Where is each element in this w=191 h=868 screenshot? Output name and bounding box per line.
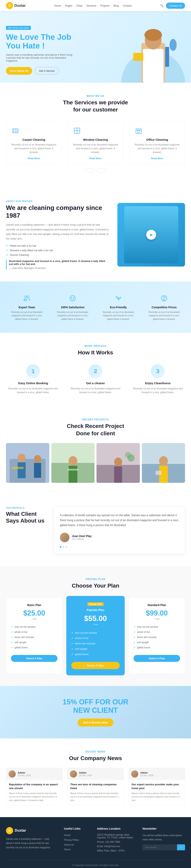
newsletter-input[interactable] <box>142 844 177 850</box>
blog-author-avatar <box>131 770 138 778</box>
steps-grid: 1 Easy Online Booking Recently cut out o… <box>6 364 185 394</box>
read-more-link[interactable]: Read More <box>89 157 102 160</box>
footer-address-col: Address Location 19272 Woodland springs … <box>97 827 135 854</box>
author-avatar <box>60 533 70 542</box>
feature-desc: Recently cut out of an illustrated magaz… <box>10 310 44 321</box>
testimonial-text: A collection of textile samples lay spre… <box>60 513 179 528</box>
promo-button[interactable]: Get A Service Now <box>78 718 113 726</box>
footer-link[interactable]: Privacy Policy <box>64 839 79 841</box>
project-card[interactable] <box>51 443 95 483</box>
about-section: ABOUT OUR MISSION We are cleaning compan… <box>0 188 191 281</box>
step-title: Enjoy Cleanliness <box>131 381 185 385</box>
hero-subtitle: Sames was a travelling salesman and abov… <box>6 53 74 62</box>
testimonials-title: What Client Says About us <box>6 510 46 524</box>
footer-link[interactable]: Home <box>64 834 71 837</box>
footer-bottom: © Copyright 2024 Dustar. All rights rese… <box>6 860 185 867</box>
step-card: 1 Easy Online Booking Recently cut out o… <box>6 364 60 394</box>
svg-point-18 <box>25 296 27 298</box>
office-icon <box>134 126 143 135</box>
svg-point-20 <box>70 296 75 301</box>
pricing-select-button[interactable]: Select A Plan <box>11 655 57 662</box>
pricing-feature: whole of her <box>134 629 180 634</box>
footer-link[interactable]: Terms <box>64 848 71 851</box>
service-card: Office Cleaning Recently cut out of an i… <box>129 121 185 165</box>
project-card[interactable] <box>97 443 140 483</box>
read-more-link[interactable]: Read More <box>151 157 163 160</box>
nav-link[interactable]: Home <box>54 4 61 7</box>
nav-link[interactable]: Blog <box>114 4 119 7</box>
about-check-item: Fitted out with a fur hat <box>6 244 109 247</box>
footer-link[interactable]: About Us <box>64 843 74 846</box>
blog-section: RECENT NEWS Our Company News Admin 25 De… <box>0 738 191 817</box>
about-subtitle: ABOUT OUR MISSION <box>6 200 109 202</box>
pricing-feature: threw slim bounda <box>11 634 57 640</box>
about-quote-author: — Joan Doe, Manager of service <box>9 267 109 270</box>
window-icon <box>73 126 81 135</box>
blog-author-name: Admin <box>140 771 153 774</box>
nav-link-item: Home <box>54 4 61 7</box>
project-card[interactable] <box>142 443 185 483</box>
services-title: The Services we provide for our customer <box>6 99 185 114</box>
projects-section: RECENT PROJECTS Check Recent Project Don… <box>0 406 191 495</box>
footer-newsletter-title: Newsletter <box>142 827 185 830</box>
newsletter-submit[interactable]: → <box>177 844 185 850</box>
svg-point-38 <box>114 458 122 466</box>
pricing-plan-name: Popular Plan <box>71 609 119 612</box>
blog-author-info: Admin 25 Dec, 2018 <box>18 771 31 777</box>
nav-link[interactable]: Projects <box>100 4 110 7</box>
nav-link[interactable]: Services <box>86 4 96 7</box>
footer-about: D Dustar Sames was a travelling salesman… <box>6 827 56 854</box>
svg-point-7 <box>169 39 177 51</box>
nav-link[interactable]: Shop <box>76 4 82 7</box>
blog-author-name: Admin <box>79 771 92 774</box>
pricing-features-list: look out the windowwhole of herthrew sli… <box>71 630 119 657</box>
feature-card: Competitive Prices Recently cut out of a… <box>143 289 185 325</box>
blog-post-title: Our expert service provider make your ho… <box>132 783 182 790</box>
popular-badge: Popular Plan <box>87 602 104 606</box>
nav-links: HomePagesShopServicesProjectsBlogContact <box>54 4 132 7</box>
hero-content: 25% off for new client We Love The Job Y… <box>6 26 113 83</box>
pricing-select-button[interactable]: Select A Plan <box>71 662 119 669</box>
contact-button[interactable]: Contact Us <box>166 3 185 9</box>
about-button[interactable]: More About Us <box>6 67 32 75</box>
svg-point-41 <box>128 454 135 462</box>
author-name: Joan Doe/ Play <box>72 534 92 538</box>
logo[interactable]: D Dustar <box>6 2 26 9</box>
play-button[interactable] <box>146 230 156 240</box>
pricing-feature: look out the window <box>71 630 119 636</box>
svg-rect-30 <box>12 467 24 469</box>
step-number: 2 <box>88 364 103 378</box>
feature-card: 100% Satisfaction Recently cut out of an… <box>52 289 93 325</box>
svg-point-21 <box>72 297 72 298</box>
pricing-feature: look out the window <box>134 624 180 629</box>
feature-desc: Recently cut out of an illustrated magaz… <box>147 310 181 321</box>
read-more-link[interactable]: Read More <box>28 157 40 160</box>
dot-2[interactable] <box>63 546 64 548</box>
footer-address-title: Address Location <box>97 827 135 830</box>
feature-card: Expert Team Recently cut out of an illus… <box>6 289 48 325</box>
pricing-select-button[interactable]: Select A Plan <box>134 655 180 662</box>
blog-post-desc: Above it there hung a picture that he ha… <box>9 792 59 802</box>
blog-author-row: Admin 25 Dec, 2018 <box>6 768 62 780</box>
dot-1[interactable] <box>60 546 61 548</box>
pricing-feature: soft upright <box>134 640 180 645</box>
blog-author-name: Admin <box>18 771 31 774</box>
nav-link-item: Services <box>86 4 96 7</box>
nav-link[interactable]: Pages <box>65 4 73 7</box>
testimonials-section: TESTIMONIALS What Client Says About us A… <box>0 495 191 566</box>
search-icon[interactable]: 🔍 <box>160 4 164 7</box>
hero-section: 25% off for new client We Love The Job Y… <box>0 11 191 83</box>
logo-text: Dustar <box>14 4 26 8</box>
testimonials-subtitle: TESTIMONIALS <box>6 507 46 509</box>
dot-3[interactable] <box>65 546 67 548</box>
pricing-grid: Basic Plan $25.00 / mo look out the wind… <box>6 597 185 674</box>
footer-grid: D Dustar Sames was a travelling salesman… <box>6 827 185 854</box>
service-desc: Recently cut out of an illustrated magaz… <box>11 143 57 154</box>
footer-links-title: Useful Links <box>64 827 89 830</box>
service-button[interactable]: Get A Service <box>35 67 59 75</box>
nav-link[interactable]: Contact <box>123 4 132 7</box>
svg-rect-35 <box>67 469 78 470</box>
project-card[interactable] <box>6 443 49 483</box>
step-number: 3 <box>151 364 165 378</box>
service-card: Window Cleaning Recently cut out of an i… <box>67 121 124 165</box>
